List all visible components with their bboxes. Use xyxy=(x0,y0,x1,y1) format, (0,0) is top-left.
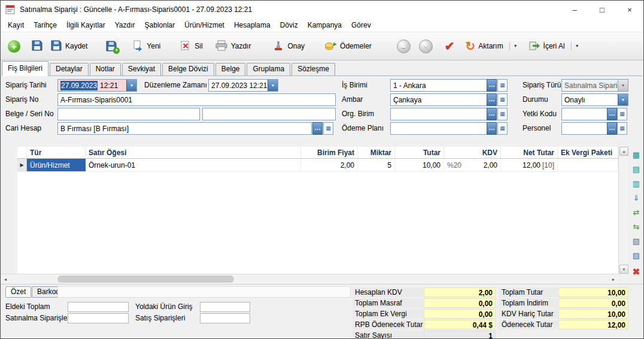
menu-doviz[interactable]: Döviz xyxy=(275,19,303,31)
menu-yazdir[interactable]: Yazdır xyxy=(110,19,140,31)
duzenleme-zamani-dropdown-button[interactable]: ▼ xyxy=(268,80,278,91)
tab-detaylar[interactable]: Detaylar xyxy=(50,63,89,75)
move-up-button[interactable]: ▲ xyxy=(397,40,411,53)
org-birim-browse-button[interactable]: … xyxy=(487,108,497,120)
menu-kampanya[interactable]: Kampanya xyxy=(303,19,347,31)
cell-net-tutar[interactable]: 12,00 [10] xyxy=(501,159,558,171)
tab-belge[interactable]: Belge xyxy=(215,63,246,75)
odemeler-button[interactable]: Ödemeler xyxy=(321,38,374,55)
tab-sozlesme[interactable]: Sözleşme xyxy=(291,63,335,75)
save-button[interactable] xyxy=(29,38,45,55)
seri-no-input[interactable] xyxy=(202,108,336,120)
menu-tarihce[interactable]: Tarihçe xyxy=(29,19,62,31)
odeme-plani-input[interactable] xyxy=(390,122,487,135)
siparis-tarihi-dropdown-button[interactable]: ▼ xyxy=(126,80,136,91)
org-birim-lookup-button[interactable]: ▦ xyxy=(497,108,508,120)
grid-col-tutar[interactable]: Tutar xyxy=(395,147,444,158)
is-birimi-input[interactable]: 1 - Ankara xyxy=(390,79,487,92)
menu-urun-hizmet[interactable]: Ürün/Hizmet xyxy=(180,19,229,31)
save-and-new-button[interactable]: + xyxy=(103,38,120,54)
kaydet-button[interactable]: Kaydet xyxy=(48,38,90,55)
grid-detail-icon[interactable]: ▨ xyxy=(631,250,642,261)
scroll-down-icon[interactable]: ▼ xyxy=(619,265,628,274)
ambar-browse-button[interactable]: … xyxy=(487,93,497,106)
ambar-input[interactable]: Çankaya xyxy=(390,93,487,106)
menu-sablonlar[interactable]: Şablonlar xyxy=(140,19,180,31)
yeni-button[interactable]: Yeni xyxy=(129,38,163,55)
org-birim-input[interactable] xyxy=(390,108,487,120)
grid-col-kdv[interactable]: KDV xyxy=(444,147,501,158)
grid-swap-icon[interactable]: ⇆ xyxy=(631,221,642,232)
cell-tutar[interactable]: 10,00 xyxy=(395,159,444,171)
grid-row-1[interactable]: ▶ Ürün/Hizmet Örnek-urun-01 2,00 5 10,00… xyxy=(17,159,618,172)
menu-gorev[interactable]: Görev xyxy=(347,19,376,31)
grid-col-tur[interactable]: Tür xyxy=(27,147,86,158)
cell-kdv[interactable]: %20 2,00 xyxy=(444,159,501,171)
minimize-button[interactable]: – xyxy=(561,1,588,19)
odeme-plani-browse-button[interactable]: … xyxy=(487,122,497,135)
scroll-left-icon[interactable]: ◄ xyxy=(1,275,10,284)
cari-hesap-lookup-button[interactable]: ▦ xyxy=(323,122,333,135)
scroll-up-icon[interactable]: ▲ xyxy=(619,147,628,156)
grid-vertical-scrollbar[interactable]: ▲ ▼ xyxy=(618,147,628,274)
cell-birim-fiyat[interactable]: 2,00 xyxy=(301,159,358,171)
durumu-dropdown-button[interactable]: ▼ xyxy=(618,94,628,105)
grid-filter-icon[interactable]: ▥ xyxy=(631,178,642,189)
remove-line-icon[interactable]: ✖ xyxy=(631,267,642,277)
tab-ozet[interactable]: Özet xyxy=(5,286,31,298)
close-button[interactable]: × xyxy=(616,1,643,19)
cari-hesap-input[interactable]: B Fırması [B Fırması] xyxy=(57,122,312,135)
add-button[interactable]: + xyxy=(5,38,23,55)
personel-input[interactable] xyxy=(561,122,607,135)
belge-no-input[interactable] xyxy=(57,108,200,120)
tab-gruplama[interactable]: Gruplama xyxy=(247,63,290,75)
cell-ek-vergi-paketi[interactable] xyxy=(558,159,618,171)
aktarim-button[interactable]: ↻ Aktarım ▼ xyxy=(463,38,520,54)
grid-col-birim-fiyat[interactable]: Birim Fiyat xyxy=(301,147,358,158)
row-selector-cell[interactable]: ▶ xyxy=(17,159,27,171)
grid-col-ek-vergi-paketi[interactable]: Ek Vergi Paketi xyxy=(558,147,618,158)
aktarim-caret-icon[interactable]: ▼ xyxy=(509,42,518,50)
durumu-select[interactable]: Onaylı ▼ xyxy=(561,93,628,106)
approve-check-button[interactable]: ✔ xyxy=(442,38,457,54)
siparis-tarihi-input[interactable]: 27.09.2023 12:21 ▼ xyxy=(57,79,137,92)
onay-button[interactable]: Onay xyxy=(270,38,307,55)
sil-button[interactable]: Sil xyxy=(177,38,205,55)
menu-kayit[interactable]: Kayıt xyxy=(3,19,29,31)
personel-browse-button[interactable]: … xyxy=(607,122,617,135)
grid-edit-icon[interactable]: ▧ xyxy=(631,235,642,246)
odeme-plani-lookup-button[interactable]: ▦ xyxy=(497,122,508,135)
grid-export-icon[interactable]: ⇓ xyxy=(631,192,642,203)
scroll-right-icon[interactable]: ► xyxy=(609,275,618,284)
cell-miktar[interactable]: 5 xyxy=(358,159,395,171)
is-birimi-browse-button[interactable]: … xyxy=(487,79,497,92)
cell-tur[interactable]: Ürün/Hizmet xyxy=(27,159,86,171)
move-down-button[interactable]: ▼ xyxy=(419,40,433,53)
grid-col-satir-ogesi[interactable]: Satır Öğesi xyxy=(86,147,301,158)
ambar-lookup-button[interactable]: ▦ xyxy=(497,93,508,106)
grid-settings-icon[interactable]: ▦ xyxy=(631,149,642,160)
tab-belge-dovizi[interactable]: Belge Dövizi xyxy=(162,63,214,75)
grid-col-net-tutar[interactable]: Net Tutar xyxy=(501,147,558,158)
duzenleme-zamani-input[interactable]: 27.09.2023 12:21 ▼ xyxy=(208,79,278,92)
yetki-kodu-input[interactable] xyxy=(561,108,607,120)
iceri-al-caret-icon[interactable]: ▼ xyxy=(571,42,579,50)
menu-ilgili-kayitlar[interactable]: İlgili Kayıtlar xyxy=(62,19,110,31)
iceri-al-button[interactable]: İçeri Al ▼ xyxy=(526,38,582,55)
scrollbar-thumb[interactable] xyxy=(57,276,234,283)
personel-lookup-button[interactable]: ▦ xyxy=(617,122,627,135)
tab-fis-bilgileri[interactable]: Fiş Bilgileri xyxy=(2,61,48,76)
yazdir-button[interactable]: Yazdır xyxy=(212,38,254,55)
maximize-button[interactable]: □ xyxy=(588,1,616,19)
cell-satir-ogesi[interactable]: Örnek-urun-01 xyxy=(86,159,301,171)
cari-hesap-browse-button[interactable]: … xyxy=(312,122,323,135)
grid-columns-icon[interactable]: ▤ xyxy=(631,164,642,174)
menu-hesaplama[interactable]: Hesaplama xyxy=(229,19,275,31)
yetki-kodu-lookup-button[interactable]: ▦ xyxy=(617,108,627,120)
tab-notlar[interactable]: Notlar xyxy=(90,63,121,75)
siparis-no-input[interactable]: A-Fırması-Siparis0001 xyxy=(57,93,336,106)
grid-horizontal-scrollbar[interactable]: ◄ ► xyxy=(1,274,618,284)
yetki-kodu-browse-button[interactable]: … xyxy=(607,108,617,120)
grid-transfer-icon[interactable]: ⇄ xyxy=(631,207,642,217)
tab-sevkiyat[interactable]: Sevkiyat xyxy=(122,63,161,75)
